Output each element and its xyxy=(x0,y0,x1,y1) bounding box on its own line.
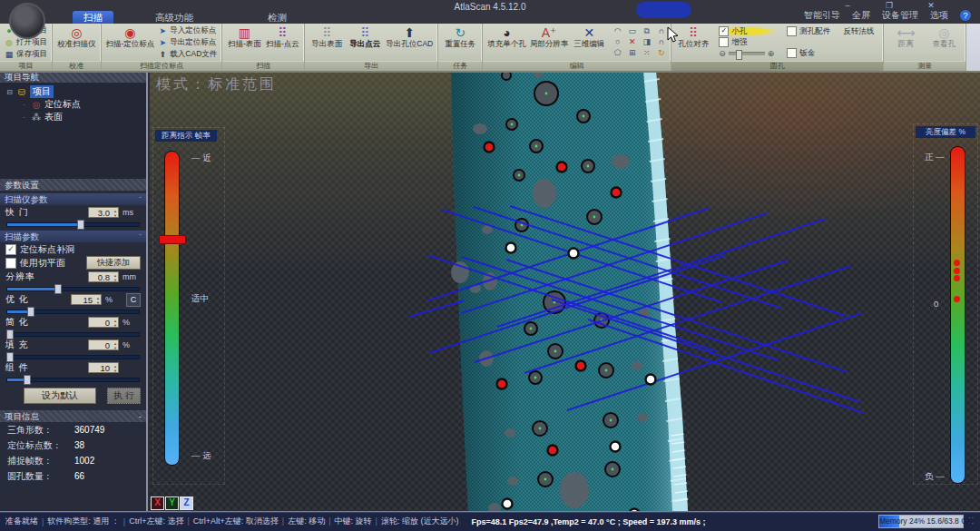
resolution-slider[interactable] xyxy=(6,284,140,292)
save-project-button[interactable]: ▦保存项目 xyxy=(5,49,47,59)
restore-icon[interactable]: ↻ xyxy=(654,48,668,58)
project-icon: ⛁ xyxy=(16,87,27,97)
ribbon-toolbar: ●新建项目◍打开项目▦保存项目项目◎校准扫描仪校准◉扫描-定位标点➤导入定位标点… xyxy=(0,24,980,73)
calibrate-scanner-button[interactable]: ◎校准扫描仪 xyxy=(55,25,98,60)
scan-markers-button[interactable]: ◉扫描-定位标点 xyxy=(104,25,157,60)
shutter-input[interactable]: 3.0 xyxy=(88,207,119,218)
collapse-icon[interactable]: - xyxy=(139,410,142,422)
ribbon-group-scan: ▥扫描-表面⠿扫描-点云扫描 xyxy=(222,24,305,71)
optimize-reset-button[interactable]: C xyxy=(126,293,141,307)
scan-params-section-header[interactable]: 扫描参数 ˆ xyxy=(0,231,146,242)
button-label: 校准扫描仪 xyxy=(57,40,96,48)
scanner-params-section-header[interactable]: 扫描仪参数 ˆ xyxy=(0,193,146,205)
tab-detection[interactable]: 检测 xyxy=(257,11,298,24)
status-dongle-type: 软件狗类型: 通用 ： xyxy=(47,516,120,527)
tree-item-markers[interactable]: ·◎定位标点 xyxy=(0,98,146,111)
minus-icon[interactable]: ⊖ xyxy=(719,49,726,58)
ribbon-group-edit: ◕填充单个孔A⁺局部分辨率✕三维编辑◠▭⧉∩○✕◨∩⬠⊞⁙↻编辑 xyxy=(483,24,671,71)
bridge-icon[interactable]: ∩ xyxy=(654,26,668,36)
run-button[interactable]: 执 行 xyxy=(107,388,141,404)
menu-smart-guide[interactable]: 智能引导 xyxy=(804,9,840,22)
ellipse-select-icon[interactable]: ○ xyxy=(611,37,624,47)
tab-scan[interactable]: 扫描 xyxy=(73,11,113,24)
optimize-slider[interactable] xyxy=(6,307,140,315)
half-select-icon[interactable]: ◨ xyxy=(640,37,653,47)
checkbox-label: 小孔 xyxy=(731,26,747,37)
export-markers-button[interactable]: ➤导出定位标点 xyxy=(158,37,217,47)
checkbox-box[interactable]: ✓ xyxy=(5,244,16,255)
tree-item-surface[interactable]: ·⁂表面 xyxy=(0,111,146,123)
bridge-fill-icon[interactable]: ∩ xyxy=(654,37,668,47)
enhance-checkbox[interactable]: 增强 xyxy=(715,37,778,47)
optimize-input[interactable]: 15 xyxy=(71,294,102,305)
tab-advanced-functions[interactable]: 高级功能 xyxy=(144,11,204,24)
component-input[interactable]: 10 xyxy=(88,362,119,373)
dot-select-icon[interactable]: ⁙ xyxy=(640,48,653,58)
reset-task-button[interactable]: ↻重置任务 xyxy=(441,25,479,60)
local-resolution-button[interactable]: A⁺局部分辨率 xyxy=(528,25,571,60)
button-label: 导出表面 xyxy=(311,40,342,48)
small-hole-checkbox[interactable]: ✓小孔 xyxy=(715,26,778,36)
curve-select-icon[interactable]: ◠ xyxy=(611,26,624,36)
hole-probe-checkbox[interactable]: 测孔配件 xyxy=(783,26,834,36)
hint-text: Ctrl+左键: 选择 xyxy=(129,516,183,526)
cut-plane-checkbox-row: 使用切平面 快捷添加 xyxy=(0,256,146,270)
slider-track[interactable] xyxy=(729,52,765,55)
grid-select-icon[interactable]: ⊞ xyxy=(625,48,639,58)
hole-align-button[interactable]: ⠿孔位对齐 xyxy=(674,25,712,60)
scan-surface-button[interactable]: ▥扫描-表面 xyxy=(225,25,263,60)
export-surface-button[interactable]: ⠿导出表面 xyxy=(308,25,346,60)
checkbox-box[interactable] xyxy=(5,258,16,269)
menu-device-management[interactable]: 设备管理 xyxy=(882,9,918,22)
separator: | xyxy=(123,517,125,526)
button-label: 扫描-点云 xyxy=(266,40,299,48)
resolution-input[interactable]: 0.8 xyxy=(88,271,119,282)
view-hole-button[interactable]: ◎查看孔 xyxy=(925,25,963,60)
plus-icon[interactable]: ⊕ xyxy=(768,49,775,58)
help-icon[interactable]: ? xyxy=(960,10,971,21)
delete-icon[interactable]: ✕ xyxy=(625,37,639,47)
fill-single-hole-button[interactable]: ◕填充单个孔 xyxy=(485,25,528,60)
export-holes-cad-button[interactable]: ⬆导出孔位CAD xyxy=(384,25,435,60)
tree-item-label: 定位标点 xyxy=(44,98,81,111)
distance-button[interactable]: ⟷距离 xyxy=(887,25,925,60)
menu-options[interactable]: 选项 xyxy=(930,9,948,22)
simplify-row: 简 化 0 % xyxy=(0,315,146,329)
tree-item-project[interactable]: ⊟⛁项目 xyxy=(0,85,146,98)
axis-z-button[interactable]: Z xyxy=(180,497,193,510)
hole-size-slider[interactable]: ⊖⊕ xyxy=(715,48,778,58)
menu-fullscreen[interactable]: 全屏 xyxy=(852,9,870,22)
simplify-input[interactable]: 0 xyxy=(88,317,119,328)
button-label: 导出孔位CAD xyxy=(386,40,433,48)
slider-thumb[interactable] xyxy=(736,50,742,60)
invert-normals-item[interactable]: 反转法线 xyxy=(839,26,877,36)
rect-select-icon[interactable]: ▭ xyxy=(625,26,639,36)
fill-markers-checkbox[interactable]: ✓ 定位标点补洞 xyxy=(0,242,146,256)
shutter-unit: ms xyxy=(119,208,141,217)
simplify-slider[interactable] xyxy=(6,329,140,338)
fill-input[interactable]: 0 xyxy=(88,339,119,350)
load-cad-button[interactable]: ⬆载入CAD文件 xyxy=(158,49,217,59)
scan-pointcloud-button[interactable]: ⠿扫描-点云 xyxy=(263,25,301,60)
3d-viewport[interactable]: 模式：标准范围 距离指示 帧率 — 近 适中 — 远 亮度偏差 % 正 — 0 … xyxy=(150,71,980,511)
resolution-label: 分辨率 xyxy=(5,270,88,283)
export-pointcloud-button[interactable]: ⠿导出点云 xyxy=(346,25,384,60)
collapse-chevron-icon: ˆ xyxy=(139,231,142,242)
surface-icon: ⁂ xyxy=(31,113,42,123)
gauge-label-negative: 负 — xyxy=(925,471,945,483)
axis-x-button[interactable]: X xyxy=(151,497,164,510)
duplicate-icon[interactable]: ⧉ xyxy=(640,26,653,36)
sheet-metal-checkbox[interactable]: 钣金 xyxy=(783,48,834,58)
component-slider[interactable] xyxy=(6,375,140,383)
import-markers-button[interactable]: ➤导入定位标点 xyxy=(158,25,217,35)
gauge-label-zero: 0 xyxy=(934,299,938,309)
set-default-button[interactable]: 设为默认 xyxy=(24,388,96,404)
shutter-slider[interactable] xyxy=(6,220,140,228)
axis-y-button[interactable]: Y xyxy=(165,497,179,510)
info-value: 1002 xyxy=(74,456,94,466)
polygon-select-icon[interactable]: ⬠ xyxy=(611,48,624,58)
tree-expander-icon[interactable]: ⊟ xyxy=(5,88,14,96)
edit-3d-button[interactable]: ✕三维编辑 xyxy=(570,25,608,60)
quick-add-button[interactable]: 快捷添加 xyxy=(86,256,141,270)
fill-slider[interactable] xyxy=(6,352,140,360)
